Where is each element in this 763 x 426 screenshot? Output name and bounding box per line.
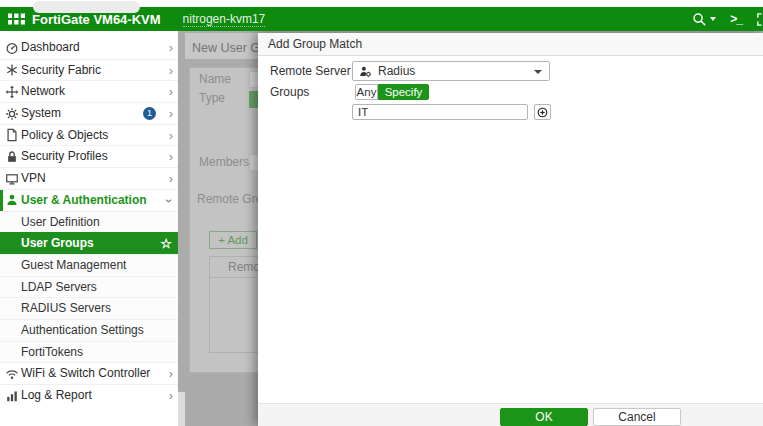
terminal-icon[interactable]: >_ [730,12,742,26]
fabric-icon [5,63,19,77]
sidebar-item-label: User Definition [21,215,100,229]
sidebar-item-vpn[interactable]: VPN› [0,167,178,189]
sidebar-item-security-fabric[interactable]: Security Fabric› [0,59,178,81]
groups-label: Groups [270,84,309,100]
monitor-icon [5,172,19,186]
sidebar-item-network[interactable]: Network› [0,80,178,102]
sidebar-item-ldap-servers[interactable]: LDAP Servers [0,276,178,298]
chevron-right-icon: › [169,146,173,168]
sidebar-item-label: Security Fabric [21,63,101,77]
doc-icon [5,128,19,142]
app-window: FortiGate VM64-KVM nitrogen-kvm17 >_ Das… [0,0,763,426]
sidebar-item-label: Log & Report [21,388,92,402]
remote-server-value: Radius [378,62,415,80]
sidebar-item-fortitokens[interactable]: FortiTokens [0,341,178,363]
favorite-star-icon[interactable]: ☆ [160,233,172,255]
gauge-icon [5,41,19,55]
ok-button[interactable]: OK [500,408,588,426]
chevron-down-icon: › [158,198,180,202]
sidebar-item-label: Network [21,84,65,98]
sidebar-item-wifi-switch-controller[interactable]: WiFi & Switch Controller› [0,362,178,384]
sidebar-item-radius-servers[interactable]: RADIUS Servers [0,297,178,319]
type-label: Type [199,91,225,105]
lock-icon [5,150,19,164]
chevron-right-icon: › [169,103,173,125]
sidebar-item-label: User Groups [21,236,94,250]
sidebar-item-policy-objects[interactable]: Policy & Objects› [0,124,178,146]
modal-title: Add Group Match [258,33,763,56]
sidebar-item-label: LDAP Servers [21,280,97,294]
sidebar-item-label: Dashboard [21,40,80,54]
move-icon [5,85,19,99]
chevron-right-icon: › [169,37,173,59]
groups-any-button[interactable]: Any [355,84,378,100]
groups-specify-button[interactable]: Specify [378,84,429,100]
hostname[interactable]: nitrogen-kvm17 [183,12,266,27]
gear-icon [5,107,19,121]
group-name-input[interactable] [352,104,528,120]
add-group-row-button[interactable] [534,104,551,120]
sidebar: Dashboard›Security Fabric›Network›System… [0,31,178,426]
sidebar-item-label: Authentication Settings [21,323,144,337]
modal-footer: OK Cancel [258,403,763,426]
sidebar-item-label: Policy & Objects [21,128,108,142]
chevron-right-icon: › [169,168,173,190]
sidebar-item-label: RADIUS Servers [21,301,111,315]
search-icon[interactable] [692,12,716,27]
sidebar-item-label: User & Authentication [21,193,147,207]
caret-down-icon [710,17,716,21]
chevron-right-icon: › [169,125,173,147]
sidebar-item-label: WiFi & Switch Controller [21,366,150,380]
plus-circle-icon [537,107,548,118]
sidebar-item-user-groups[interactable]: User Groups☆ [0,232,178,254]
product-title: FortiGate VM64-KVM [32,12,161,27]
sidebar-item-system[interactable]: System1› [0,102,178,124]
sidebar-item-label: FortiTokens [21,345,83,359]
sidebar-item-log-report[interactable]: Log & Report› [0,384,178,406]
add-group-match-modal: Add Group Match Remote Server Radius Gro… [258,33,763,426]
sidebar-item-label: Guest Management [21,258,126,272]
members-label: Members [199,155,249,169]
sidebar-item-label: VPN [21,171,46,185]
wifi-icon [5,367,19,381]
sidebar-item-user-authentication[interactable]: User & Authentication› [0,189,178,211]
sidebar-item-dashboard[interactable]: Dashboard› [0,37,178,59]
browser-strip [0,0,763,7]
fortinet-logo-icon [8,11,25,27]
add-remote-group-button: + Add [209,231,257,249]
scrollbar-track[interactable] [178,392,185,426]
cancel-button[interactable]: Cancel [593,408,681,426]
user-gear-icon [359,65,372,78]
chart-icon [5,389,19,403]
sidebar-item-user-definition[interactable]: User Definition [0,211,178,233]
chevron-right-icon: › [169,81,173,103]
chevron-right-icon: › [169,385,173,407]
remote-server-label: Remote Server [270,61,351,81]
fullscreen-icon[interactable] [756,12,763,27]
sidebar-item-label: Security Profiles [21,149,108,163]
chevron-right-icon: › [169,60,173,82]
browser-tab-shape [33,1,140,13]
remote-server-select[interactable]: Radius [352,61,550,81]
sidebar-item-guest-management[interactable]: Guest Management [0,254,178,276]
header-actions: >_ [692,7,763,31]
chevron-right-icon: › [169,363,173,385]
name-label: Name [199,72,231,86]
chevron-down-icon [534,70,542,74]
person-icon [5,193,19,207]
sidebar-item-authentication-settings[interactable]: Authentication Settings [0,319,178,341]
sidebar-item-label: System [21,106,61,120]
sidebar-item-security-profiles[interactable]: Security Profiles› [0,145,178,167]
notification-badge: 1 [143,107,156,120]
